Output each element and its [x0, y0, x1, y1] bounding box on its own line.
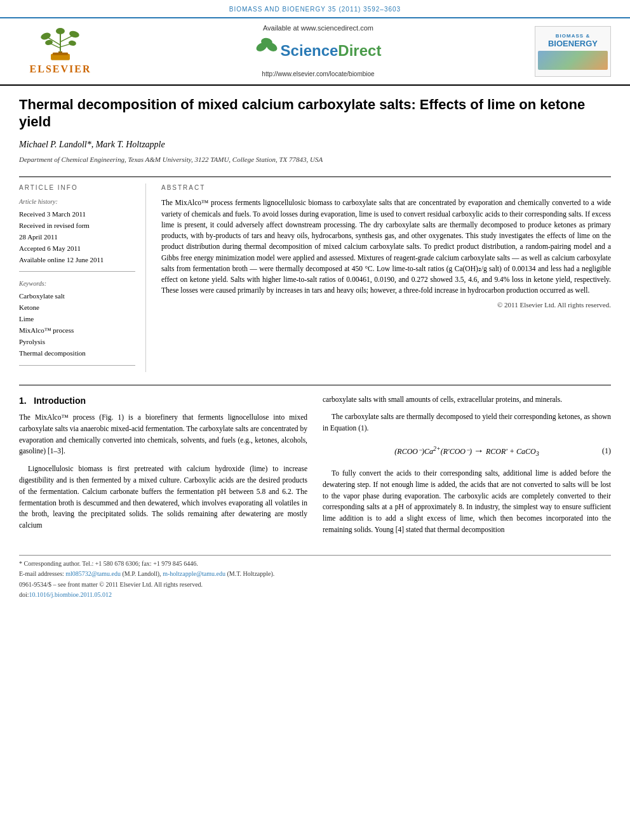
section-title-text: Introduction: [34, 396, 86, 406]
article-title: Thermal decomposition of mixed calcium c…: [19, 96, 611, 131]
revised-date: 28 April 2011: [19, 232, 135, 243]
doi-link[interactable]: 10.1016/j.biombioe.2011.05.012: [29, 591, 112, 598]
sd-logo-text: ScienceDirect: [281, 40, 382, 62]
corresponding-label: * Corresponding author.: [19, 560, 81, 567]
accepted-date: Accepted 6 May 2011: [19, 244, 135, 254]
sciencedirect-block: Available at www.sciencedirect.com Scien…: [102, 23, 535, 79]
keyword-5: Thermal decomposition: [19, 349, 135, 359]
footnote-doi: doi:10.1016/j.biombioe.2011.05.012: [19, 590, 611, 600]
body-content: 1. Introduction The MixAlco™ process (Fi…: [19, 385, 611, 542]
sd-leaves-icon: [255, 36, 278, 66]
equation-text: (RCOO⁻)Ca2+(R'COO⁻) → RCOR' + CaCO3: [394, 443, 539, 459]
svg-point-8: [56, 28, 65, 34]
corresponding-contact: Tel.: +1 580 678 6306; fax: +1 979 845 6…: [82, 560, 198, 567]
body-left-column: 1. Introduction The MixAlco™ process (Fi…: [19, 394, 307, 542]
footnote-area: * Corresponding author. Tel.: +1 580 678…: [19, 555, 611, 600]
keyword-4: Pyrolysis: [19, 337, 135, 347]
abstract-text: The MixAlco™ process ferments lignocellu…: [161, 197, 611, 296]
available-date: Available online 12 June 2011: [19, 255, 135, 265]
logo-strip: ELSEVIER Available at www.sciencedirect.…: [0, 18, 630, 86]
keywords-label: Keywords:: [19, 279, 135, 289]
bioenergy-main-text: BIOENERGY: [548, 39, 598, 48]
article-info-label: ARTICLE INFO: [19, 183, 135, 193]
intro-section-title: 1. Introduction: [19, 394, 307, 407]
main-content: Thermal decomposition of mixed calcium c…: [0, 86, 630, 614]
keyword-1: Ketone: [19, 303, 135, 313]
svg-point-6: [40, 31, 51, 41]
footnote-email: E-mail addresses: ml085732@tamu.edu (M.P…: [19, 570, 611, 579]
history-label: Article history:: [19, 197, 135, 207]
article-info-column: ARTICLE INFO Article history: Received 3…: [19, 183, 146, 372]
abstract-label: ABSTRACT: [161, 183, 611, 193]
divider-1: [19, 271, 135, 272]
intro-para-2: Lignocellulosic biomass is first pretrea…: [19, 463, 307, 531]
affiliation: Department of Chemical Engineering, Texa…: [19, 155, 611, 165]
sciencedirect-logo: ScienceDirect: [102, 36, 535, 66]
divider-2: [19, 365, 135, 366]
journal-header: BIOMASS AND BIOENERGY 35 (2011) 3592–360…: [0, 0, 630, 18]
received-date: Received 3 March 2011: [19, 210, 135, 220]
equation-number: (1): [602, 446, 611, 457]
email-landoll[interactable]: ml085732@tamu.edu: [65, 570, 121, 577]
keyword-3: MixAlco™ process: [19, 326, 135, 336]
footnote-corresponding: * Corresponding author. Tel.: +1 580 678…: [19, 559, 611, 569]
bioenergy-logo: BIOMASS & BIOENERGY: [535, 26, 611, 77]
elsevier-text: ELSEVIER: [30, 62, 91, 76]
right-para-3: To fully convert the acids to their corr…: [323, 468, 611, 536]
section-number: 1.: [19, 396, 27, 406]
sd-available-text: Available at www.sciencedirect.com: [102, 23, 535, 34]
email-holtzapple[interactable]: m-holtzapple@tamu.edu: [163, 570, 225, 577]
received-revised-label: Received in revised form: [19, 221, 135, 231]
equation-1: (RCOO⁻)Ca2+(R'COO⁻) → RCOR' + CaCO3 (1): [323, 443, 611, 459]
journal-header-text: BIOMASS AND BIOENERGY 35 (2011) 3592–360…: [229, 6, 401, 13]
footnote-issn: 0961-9534/$ – see front matter © 2011 El…: [19, 580, 611, 590]
copyright-line: © 2011 Elsevier Ltd. All rights reserved…: [161, 300, 611, 310]
keyword-0: Carboxylate salt: [19, 291, 135, 302]
journal-url[interactable]: http://www.elsevier.com/locate/biombioe: [102, 70, 535, 79]
right-para-1: carboxylate salts with small amounts of …: [323, 394, 611, 406]
keyword-2: Lime: [19, 314, 135, 324]
svg-point-10: [68, 39, 76, 46]
elsevier-logo: ELSEVIER: [19, 26, 102, 77]
right-para-2: The carboxylate salts are thermally deco…: [323, 411, 611, 434]
elsevier-tree-icon: [32, 26, 89, 61]
intro-para-1: The MixAlco™ process (Fig. 1) is a biore…: [19, 412, 307, 457]
authors: Michael P. Landoll*, Mark T. Holtzapple: [19, 138, 611, 151]
article-info-abstract: ARTICLE INFO Article history: Received 3…: [19, 177, 611, 372]
abstract-column: ABSTRACT The MixAlco™ process ferments l…: [161, 183, 611, 372]
body-right-column: carboxylate salts with small amounts of …: [323, 394, 611, 542]
svg-rect-12: [53, 52, 68, 55]
authors-text: Michael P. Landoll*, Mark T. Holtzapple: [19, 140, 165, 149]
